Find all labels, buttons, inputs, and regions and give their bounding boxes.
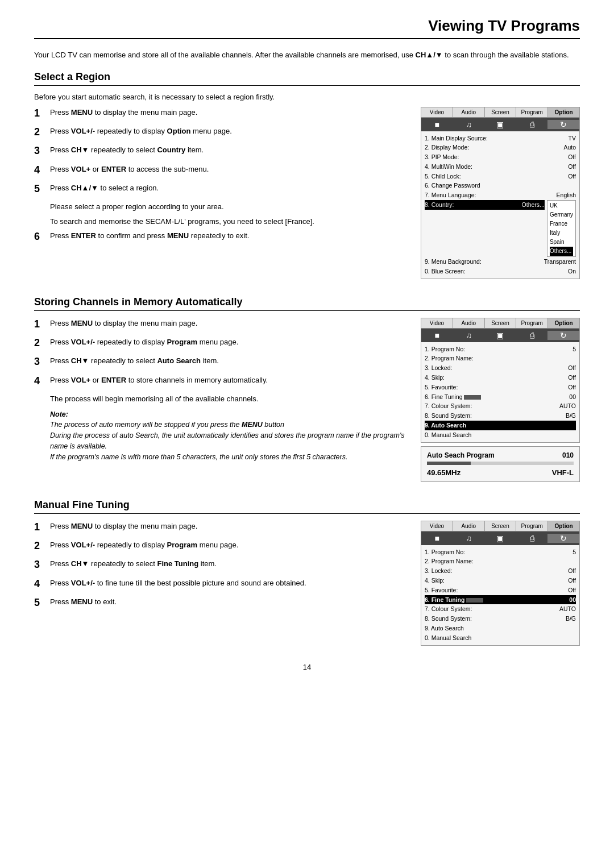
auto-search-value: 010 (562, 451, 574, 459)
menu-row: 1. Main Display Source:TV (425, 134, 576, 143)
step-1-4: 4 Press VOL+ or ENTER to access the sub-… (34, 164, 409, 177)
section3-diagram: Video Audio Screen Program Option ■ ♫ ▣ … (421, 521, 580, 646)
section3-steps: 1 Press MENU to display the menu main pa… (34, 521, 409, 646)
section3-body: 1 Press MENU to display the menu main pa… (34, 521, 580, 646)
menu-row-finetuning: 6. Fine Tuning 00 (425, 595, 576, 605)
section2-title: Storing Channels in Memory Automatically (34, 296, 580, 311)
section1-subtitle: Before you start automatic search, it is… (34, 93, 580, 101)
menu-tabs-2: Video Audio Screen Program Option (421, 318, 579, 329)
menu-tabs-1: Video Audio Screen Program Option (421, 107, 579, 118)
icon-audio-1: ♫ (453, 120, 485, 129)
auto-search-header: Auto Seach Program 010 (427, 451, 574, 459)
menu-icons-3: ■ ♫ ▣ ⎙ ↻ (421, 531, 579, 545)
progress-bar-fill (427, 462, 471, 465)
menu-row: 4. Skip:Off (425, 373, 576, 383)
page-container: Viewing TV Programs Your LCD TV can memo… (0, 0, 614, 868)
section2-body: 1 Press MENU to display the menu main pa… (34, 318, 580, 482)
icon-audio-2: ♫ (453, 331, 485, 340)
tab-program-2: Program (516, 318, 548, 328)
tab-video-3: Video (421, 521, 453, 531)
tab-screen-2: Screen (485, 318, 517, 328)
tab-video-2: Video (421, 318, 453, 328)
menu-row: 2. Program Name: (425, 354, 576, 363)
icon-video-2: ■ (421, 331, 453, 340)
icon-option-2: ↻ (547, 331, 579, 340)
step-3-1: 1 Press MENU to display the menu main pa… (34, 521, 409, 534)
menu-icons-1: ■ ♫ ▣ ⎙ ↻ (421, 118, 579, 131)
menu-row: 5. Child Lock:Off (425, 172, 576, 181)
section2-steps: 1 Press MENU to display the menu main pa… (34, 318, 409, 482)
tab-video-1: Video (421, 107, 453, 117)
step-1-2: 2 Press VOL+/- repeatedly to display Opt… (34, 126, 409, 139)
section1-diagram: Video Audio Screen Program Option ■ ♫ ▣ … (421, 107, 580, 279)
menu-row: 7. Menu Language:English (425, 190, 576, 200)
menu-row: 4. MultiWin Mode:Off (425, 162, 576, 172)
section1-body: 1 Press MENU to display the menu main pa… (34, 107, 580, 279)
menu-row: 0. Manual Search (425, 633, 576, 643)
icon-program-1: ⎙ (516, 120, 548, 129)
menu-items-2: 1. Program No:5 2. Program Name: 3. Lock… (421, 342, 579, 442)
step-3-4: 4 Press VOL+/- to fine tune till the bes… (34, 578, 409, 591)
tab-program-1: Program (516, 107, 548, 117)
menu-row: 7. Colour System:AUTO (425, 401, 576, 411)
menu-row: 8. Sound System:B/G (425, 411, 576, 421)
auto-search-label: Auto Seach Program (427, 451, 495, 459)
section2-menu-diagram: Video Audio Screen Program Option ■ ♫ ▣ … (421, 318, 580, 443)
menu-row: 5. Favourite:Off (425, 585, 576, 595)
tab-option-3: Option (548, 521, 579, 531)
menu-row: 4. Skip:Off (425, 576, 576, 585)
menu-row: 0. Manual Search (425, 430, 576, 440)
menu-row: 1. Program No:5 (425, 547, 576, 557)
tab-option-1: Option (548, 107, 579, 117)
step-3-3: 3 Press CH▼ repeatedly to select Fine Tu… (34, 558, 409, 571)
step-2-3: 3 Press CH▼ repeatedly to select Auto Se… (34, 355, 409, 368)
section1-title: Select a Region (34, 71, 580, 86)
progress-bar (427, 462, 574, 465)
menu-icons-2: ■ ♫ ▣ ⎙ ↻ (421, 329, 579, 342)
note-block: Note: The process of auto memory will be… (50, 409, 409, 463)
menu-row: 2. Display Mode:Auto (425, 143, 576, 152)
step-1-3: 3 Press CH▼ repeatedly to select Country… (34, 144, 409, 157)
auto-search-footer: 49.65MHz VHF-L (427, 468, 574, 477)
section3-title: Manual Fine Tuning (34, 499, 580, 514)
step-1-5: 5 Press CH▲/▼ to select a region. (34, 182, 409, 196)
icon-program-2: ⎙ (516, 331, 548, 340)
section-storing-channels: Storing Channels in Memory Automatically… (34, 296, 580, 482)
section-select-region: Select a Region Before you start automat… (34, 71, 580, 279)
menu-row: 3. Locked:Off (425, 363, 576, 373)
step-2-4: 4 Press VOL+ or ENTER to store channels … (34, 375, 409, 388)
tab-audio-2: Audio (453, 318, 485, 328)
intro-text: Your LCD TV can memorise and store all o… (34, 49, 580, 61)
icon-option-1: ↻ (547, 120, 579, 129)
tab-option-2: Option (548, 318, 579, 328)
icon-screen-2: ▣ (484, 331, 516, 340)
menu-row: 2. Program Name: (425, 556, 576, 566)
step-1-1: 1 Press MENU to display the menu main pa… (34, 107, 409, 120)
menu-row: 7. Colour System:AUTO (425, 604, 576, 614)
step-2-2: 2 Press VOL+/- repeatedly to display Pro… (34, 337, 409, 350)
section1-menu-diagram: Video Audio Screen Program Option ■ ♫ ▣ … (421, 107, 580, 279)
menu-row: 6. Fine Tuning 00 (425, 392, 576, 402)
menu-row: 1. Program No:5 (425, 344, 576, 354)
fine-tune-bar-2 (466, 598, 483, 603)
icon-screen-3: ▣ (484, 534, 516, 543)
section3-menu-diagram: Video Audio Screen Program Option ■ ♫ ▣ … (421, 521, 580, 646)
menu-row: 3. Locked:Off (425, 566, 576, 576)
tab-screen-1: Screen (485, 107, 517, 117)
step-3-5: 5 Press MENU to exit. (34, 596, 409, 609)
menu-row: 5. Favourite:Off (425, 383, 576, 392)
menu-row: 6. Change Password (425, 181, 576, 190)
tab-program-3: Program (516, 521, 548, 531)
menu-row: 9. Menu Background:Transparent (425, 257, 576, 267)
step-1-6: 6 Press ENTER to confirm and press MENU … (34, 230, 409, 243)
page-number: 14 (34, 663, 580, 671)
tab-audio-1: Audio (453, 107, 485, 117)
tab-audio-3: Audio (453, 521, 485, 531)
icon-screen-1: ▣ (484, 120, 516, 129)
step-2-1: 1 Press MENU to display the menu main pa… (34, 318, 409, 331)
section2-diagram: Video Audio Screen Program Option ■ ♫ ▣ … (421, 318, 580, 482)
region-popup: UK Germany France Italy Spain Others... (547, 200, 576, 257)
section1-steps: 1 Press MENU to display the menu main pa… (34, 107, 409, 279)
menu-row-country: 8. Country:Others... (425, 200, 545, 210)
icon-audio-3: ♫ (453, 534, 485, 543)
